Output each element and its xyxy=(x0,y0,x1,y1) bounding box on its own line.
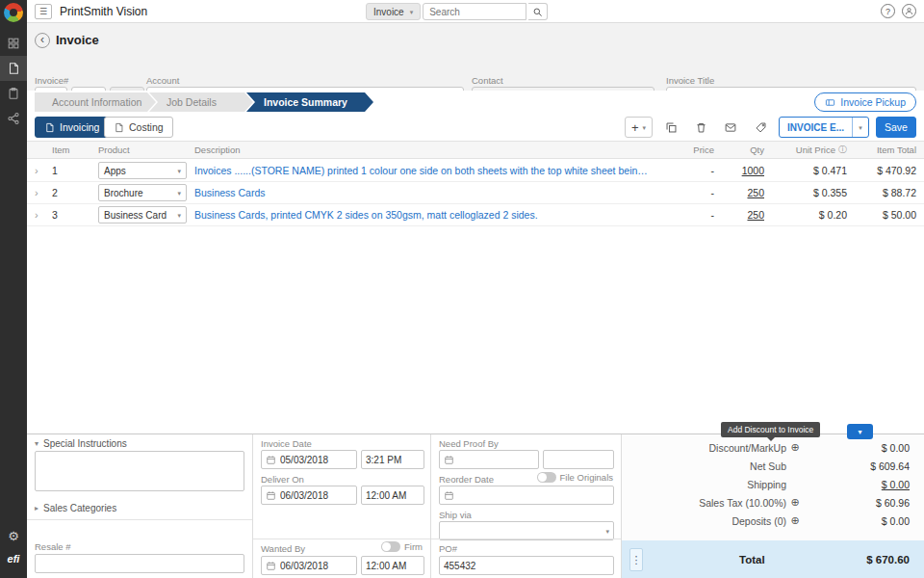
save-button[interactable]: Save xyxy=(876,117,916,138)
tab-job-details[interactable]: Job Details xyxy=(149,92,253,112)
proof-time-input[interactable] xyxy=(548,455,609,465)
invoicing-label: Invoicing xyxy=(60,121,99,133)
clipboard-icon[interactable] xyxy=(0,81,27,106)
firm-toggle[interactable] xyxy=(381,541,400,552)
sales-categories-toggle[interactable]: ▸ Sales Categories xyxy=(35,503,116,513)
shipping-value-link[interactable]: $ 0.00 xyxy=(804,479,910,490)
deliver-date-field[interactable] xyxy=(261,486,357,505)
file-originals-toggle[interactable] xyxy=(537,472,556,483)
add-tax-icon[interactable]: ⊕ xyxy=(786,496,804,509)
item-total-cell: $ 88.72 xyxy=(847,187,916,198)
invoice-time-field[interactable] xyxy=(361,450,424,469)
reorder-date-field[interactable] xyxy=(439,486,614,505)
reorder-date-label: Reorder Date xyxy=(439,474,494,485)
invoice-header: ‹ Invoice Invoice# Suffix Account Contac… xyxy=(27,23,924,91)
tab-label: Account Information xyxy=(52,96,141,108)
description-link[interactable]: Invoices ......(STORE NAME) printed 1 co… xyxy=(194,165,660,176)
special-instructions-textarea[interactable] xyxy=(35,451,244,491)
wanted-date-field[interactable] xyxy=(261,556,357,575)
deliver-date-input[interactable] xyxy=(280,490,352,501)
add-deposit-icon[interactable]: ⊕ xyxy=(786,514,804,527)
invoice-date-input[interactable] xyxy=(280,455,352,465)
tab-account-information[interactable]: Account Information xyxy=(35,92,156,112)
qty-link[interactable]: 250 xyxy=(714,209,764,221)
invoice-time-input[interactable] xyxy=(366,455,420,465)
tab-invoice-summary[interactable]: Invoice Summary xyxy=(246,92,373,112)
hamburger-menu-button[interactable]: ☰ xyxy=(35,4,52,19)
dashboard-icon[interactable] xyxy=(0,31,27,56)
chevron-down-icon[interactable]: ▾ xyxy=(853,118,868,137)
unit-price-cell: $ 0.471 xyxy=(764,165,847,176)
search-icon xyxy=(532,7,543,17)
resale-input[interactable] xyxy=(39,559,240,569)
row-expand-icon[interactable]: › xyxy=(35,165,52,176)
qty-link[interactable]: 1000 xyxy=(714,165,764,176)
invoice-page-icon[interactable] xyxy=(0,56,27,81)
col-description: Description xyxy=(194,144,660,155)
product-select[interactable]: Business Card▾ xyxy=(98,206,187,223)
special-instructions-toggle[interactable]: ▾ Special Instructions xyxy=(35,438,127,449)
total-options-button[interactable]: ⋮ xyxy=(629,548,643,571)
document-icon xyxy=(44,122,55,133)
invoice-pickup-button[interactable]: Invoice Pickup xyxy=(814,92,916,112)
price-cell: - xyxy=(660,165,714,176)
resale-field[interactable] xyxy=(35,554,244,573)
ship-via-select[interactable]: ▾ xyxy=(439,521,614,540)
search-category-select[interactable]: Invoice ▾ xyxy=(366,3,421,20)
row-expand-icon[interactable]: › xyxy=(35,209,52,221)
po-number-field[interactable] xyxy=(439,556,614,575)
button-divider xyxy=(852,118,853,137)
copy-button[interactable] xyxy=(659,117,682,138)
deliver-time-field[interactable] xyxy=(361,486,424,505)
share-icon[interactable] xyxy=(0,106,27,131)
total-bar: ⋮ Total $ 670.60 xyxy=(622,540,924,578)
ticket-icon xyxy=(825,97,835,108)
table-row: › 3 Business Card▾ Business Cards, print… xyxy=(27,204,924,226)
summary-label: Shipping xyxy=(747,479,786,490)
reorder-date-input[interactable] xyxy=(458,490,609,501)
need-proof-by-label: Need Proof By xyxy=(439,438,499,449)
description-link[interactable]: Business Cards, printed CMYK 2 sides on … xyxy=(194,209,660,221)
price-tag-button[interactable] xyxy=(749,117,772,138)
product-select[interactable]: Brochure▾ xyxy=(98,184,187,201)
plus-icon: + xyxy=(631,121,639,134)
search-input[interactable] xyxy=(423,3,526,20)
invoice-export-split-button[interactable]: INVOICE E... ▾ xyxy=(779,117,869,138)
invoicing-tab-button[interactable]: Invoicing xyxy=(35,117,109,138)
costing-doc-icon xyxy=(114,122,124,133)
totals-collapse-button[interactable]: ▾ xyxy=(847,424,873,439)
back-button[interactable]: ‹ xyxy=(35,33,50,48)
help-icon[interactable]: ? xyxy=(881,4,895,18)
item-total-cell: $ 50.00 xyxy=(847,209,916,221)
invoice-date-field[interactable] xyxy=(261,450,357,469)
summary-value: $ 60.96 xyxy=(804,497,910,509)
add-item-button[interactable]: + ▾ xyxy=(625,117,653,138)
proof-date-input[interactable] xyxy=(458,455,534,465)
description-link[interactable]: Business Cards xyxy=(194,187,660,198)
po-number-input[interactable] xyxy=(444,561,609,571)
product-value: Business Card xyxy=(104,210,167,221)
efi-brand-text: efi xyxy=(0,553,27,565)
qty-link[interactable]: 250 xyxy=(714,187,764,198)
col-product: Product xyxy=(98,144,194,155)
proof-date-field[interactable] xyxy=(439,450,539,469)
settings-gear-icon[interactable]: ⚙ xyxy=(0,526,27,547)
add-discount-icon[interactable]: ⊕ xyxy=(786,441,804,454)
email-button[interactable] xyxy=(719,117,742,138)
product-select[interactable]: Apps▾ xyxy=(98,162,187,179)
user-account-icon[interactable] xyxy=(902,4,916,18)
costing-tab-button[interactable]: Costing xyxy=(104,117,173,138)
calendar-icon xyxy=(444,490,454,501)
deliver-time-input[interactable] xyxy=(366,490,420,501)
wanted-time-input[interactable] xyxy=(366,561,420,571)
wanted-time-field[interactable] xyxy=(361,556,424,575)
info-icon[interactable]: ⓘ xyxy=(838,144,847,156)
price-cell: - xyxy=(660,187,714,198)
wanted-date-input[interactable] xyxy=(280,561,352,571)
proof-shipping-column: Need Proof By Reorder Date File Original… xyxy=(430,434,621,578)
delete-button[interactable] xyxy=(689,117,712,138)
trash-icon xyxy=(695,121,707,134)
search-button[interactable] xyxy=(528,3,548,20)
row-expand-icon[interactable]: › xyxy=(35,187,52,198)
proof-time-field[interactable] xyxy=(543,450,614,469)
